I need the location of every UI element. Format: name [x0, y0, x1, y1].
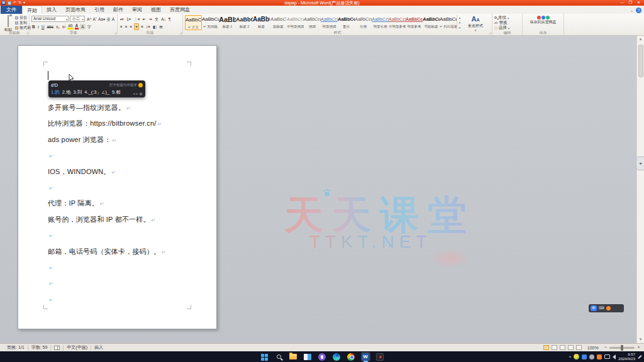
paragraph-tool-decrease-indent[interactable]: ⇤ [142, 16, 147, 22]
paragraph-tool-align-left[interactable]: ≡ [119, 24, 123, 30]
text-line[interactable]: 比特浏览器：https://bitbrowser.cn/ [48, 116, 208, 131]
font-tool-shrink-font[interactable]: Aˇ [92, 16, 97, 22]
tab[interactable]: 开始 [22, 6, 42, 14]
font-tool-italic[interactable]: I [37, 24, 40, 30]
help-icon[interactable]: ? [636, 8, 641, 13]
window-control-maximize[interactable]: ❐ [626, 0, 635, 6]
style-intense-emphasis[interactable]: AaBbCcDd 明显强调 [321, 15, 338, 30]
paragraph-tool-shading[interactable]: ◧ [152, 24, 157, 30]
paragraph-tool-line-spacing[interactable]: ↕≡ [145, 24, 151, 30]
zoom-out-icon[interactable]: − [604, 345, 608, 350]
gallery-down-icon[interactable]: ▾ [459, 20, 461, 25]
zoom-level[interactable]: 100% [584, 346, 602, 350]
taskbar-app-edge[interactable] [332, 352, 341, 361]
text-line[interactable]: ads power 浏览器： [48, 132, 208, 148]
language-indicator[interactable]: 中文(中国) [64, 344, 91, 351]
ime-candidate[interactable]: 3.到 [74, 89, 82, 96]
page-indicator[interactable]: 页面: 1/1 [4, 344, 28, 351]
style-list-paragraph[interactable]: AaBbCcDd ↵ 列出段落 [440, 15, 457, 30]
gallery-more-icon[interactable]: ▾ [459, 25, 461, 30]
scroll-down-icon[interactable]: ▼ [637, 336, 644, 343]
style-intense-reference[interactable]: AaBbCcDd 明显参考 [406, 15, 423, 30]
tray-icon-updater[interactable] [582, 354, 587, 359]
ime-assistant-link[interactable]: 打开智能写作助手 [109, 83, 143, 87]
font-tool-char-shading[interactable]: A [80, 24, 85, 30]
word-count[interactable]: 字数: 59 [28, 344, 51, 351]
tab-file[interactable]: 文件 [1, 6, 22, 14]
text-line[interactable] [48, 260, 208, 275]
style-intense-quote[interactable]: AaBbCcDd 明显引用 [372, 15, 389, 30]
tray-icon-sogou-ime[interactable] [597, 354, 602, 359]
paragraph-tool-justify[interactable]: ≡ [134, 23, 139, 30]
style-heading1[interactable]: AaBbC 标题 1 [219, 15, 236, 30]
paragraph-tool-show-marks[interactable]: ¶ [168, 16, 172, 22]
format-painter-button[interactable]: 格式刷 [15, 26, 31, 30]
next-page-icon[interactable]: ▸ [136, 91, 138, 96]
chinese-mode-icon[interactable]: 中 [591, 305, 597, 311]
scroll-up-icon[interactable]: ▲ [637, 36, 644, 43]
ime-candidate[interactable]: 4._(:3」∠)_ [84, 89, 109, 96]
font-tool-bold[interactable]: B [31, 24, 36, 30]
dialog-launcher-icon[interactable]: ◿ [114, 31, 116, 35]
taskbar-app-chrome[interactable] [347, 352, 356, 361]
scrollbar-thumb[interactable] [638, 45, 643, 77]
taskbar-app-search[interactable] [274, 352, 284, 361]
change-styles-button[interactable]: AA 更改样式 [462, 15, 489, 30]
paragraph-tool-borders[interactable]: ⊞ [158, 24, 163, 30]
text-line[interactable] [48, 292, 208, 307]
style-normal[interactable]: AaBbCcDd ↵ 正文 [185, 15, 202, 30]
style-subtle-reference[interactable]: AaBbCcDd 不明显参考 [389, 15, 406, 30]
tray-icon-volume[interactable] [613, 354, 616, 359]
style-quote[interactable]: AaBbCcDd 引用 [355, 15, 372, 30]
style-heading2[interactable]: AaBbC 标题 2 [236, 15, 253, 30]
view-draft-icon[interactable] [576, 345, 582, 350]
style-subtle-emphasis[interactable]: AaBbCcDd 不明显强调 [287, 15, 304, 30]
font-tool-underline[interactable]: U [41, 24, 45, 30]
collapse-ribbon-icon[interactable]: ▵ [631, 8, 633, 13]
font-tool-strikethrough[interactable]: abc [47, 24, 54, 30]
style-no-spacing[interactable]: AaBbCcDd ↵ 无间隔 [202, 15, 219, 30]
window-control-minimize[interactable]: — [618, 0, 626, 6]
ime-candidate[interactable]: 2.地 [62, 89, 71, 96]
tab[interactable]: 视图 [147, 6, 165, 14]
text-line[interactable] [48, 148, 208, 163]
taskbar-app-explorer[interactable] [289, 352, 298, 361]
text-line[interactable] [48, 180, 208, 195]
font-tool-text-highlight[interactable]: ab [67, 24, 73, 30]
paragraph-tool-numbering[interactable]: 1≡ [126, 16, 131, 22]
tab[interactable]: 审阅 [128, 6, 147, 14]
text-line[interactable] [48, 228, 208, 243]
tray-icon-hidden-icons[interactable]: ^ [569, 355, 572, 359]
tab[interactable]: 页面布局 [61, 6, 90, 14]
prev-page-icon[interactable]: ◂ [133, 91, 135, 96]
tab[interactable]: 邮件 [109, 6, 128, 14]
font-size-combo[interactable]: 小二 [70, 16, 85, 22]
dialog-launcher-icon[interactable]: ◿ [489, 31, 491, 35]
style-book-title[interactable]: AaBbCcDo 书籍标题 [423, 15, 440, 30]
font-tool-change-case[interactable]: Aa▾ [97, 16, 106, 22]
font-tool-phonetic-guide[interactable]: 变 [106, 16, 111, 22]
text-line[interactable]: 多开账号—指纹浏览器。 [48, 100, 208, 116]
gallery-up-icon[interactable]: ▴ [459, 15, 461, 20]
font-tool-font-color[interactable]: A [75, 24, 79, 30]
paragraph-tool-distribute[interactable]: ≡ [140, 24, 144, 30]
view-fullscreen-icon[interactable] [552, 345, 557, 350]
ime-candidate[interactable]: 1.的 [51, 89, 60, 96]
taskbar-app-recorder[interactable] [375, 352, 385, 361]
tab[interactable]: 插入 [42, 6, 61, 14]
zoom-slider[interactable] [609, 347, 635, 349]
cut-button[interactable]: 剪切 [15, 16, 31, 20]
font-tool-superscript[interactable]: x² [62, 24, 66, 30]
text-line[interactable]: IOS，WINDOWN。 [48, 164, 208, 180]
taskbar-app-purple-app[interactable] [318, 352, 327, 361]
paragraph-tool-multilevel-list[interactable]: ⋮≡ [133, 16, 141, 22]
ime-candidate[interactable]: 5.都 [112, 89, 121, 96]
paragraph-tool-asian-layout[interactable]: 文 [154, 16, 160, 22]
paragraph-tool-increase-indent[interactable]: ⇥ [148, 16, 152, 22]
vertical-scrollbar[interactable]: ▲ ▼ [636, 36, 644, 343]
view-outline-icon[interactable] [568, 345, 574, 350]
style-emphasis[interactable]: AaBbCcDd 强调 [304, 15, 321, 30]
keyboard-icon[interactable]: ⌨ [599, 305, 604, 311]
window-control-close[interactable]: ✕ [635, 0, 643, 6]
taskbar-app-window-app[interactable] [303, 352, 313, 361]
